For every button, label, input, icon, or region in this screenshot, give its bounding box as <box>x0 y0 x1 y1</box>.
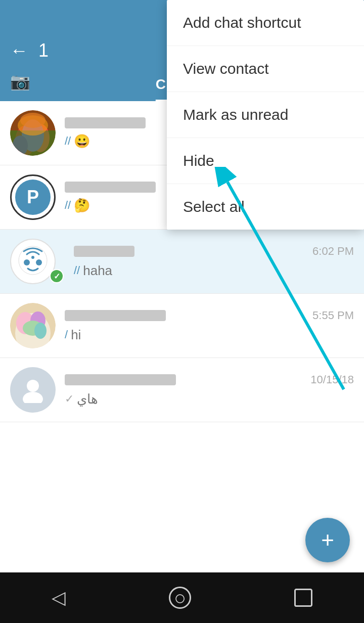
chat-content: 10/15/18 ✓ هاي <box>65 373 354 407</box>
svg-point-21 <box>34 323 47 339</box>
avatar: P <box>10 174 56 220</box>
chat-preview: ✓ هاي <box>65 391 354 407</box>
avatar <box>10 110 56 156</box>
svg-point-13 <box>24 259 30 265</box>
chat-preview: / hi <box>65 327 354 343</box>
menu-item-mark-unread[interactable]: Mark as unread <box>167 92 364 138</box>
camera-icon[interactable]: 📷 <box>10 72 30 91</box>
svg-point-14 <box>36 259 42 265</box>
chat-content: 5:55 PM / hi <box>65 309 354 343</box>
menu-item-add-shortcut[interactable]: Add chat shortcut <box>167 0 364 46</box>
avatar <box>10 239 56 284</box>
message-ticks: // <box>65 199 71 212</box>
list-item[interactable]: 5:55 PM / hi <box>0 294 364 358</box>
preview-text: hi <box>71 327 81 343</box>
message-ticks: // <box>65 135 71 148</box>
chat-preview: // haha <box>74 263 354 279</box>
bottom-navigation: ◁ ○ <box>0 572 364 623</box>
compose-button[interactable]: + <box>305 518 350 562</box>
chat-time: 10/15/18 <box>305 373 354 386</box>
svg-point-22 <box>27 380 39 392</box>
avatar <box>10 367 56 413</box>
back-button[interactable]: ← <box>10 40 28 61</box>
message-ticks: // <box>74 264 80 277</box>
chat-name <box>65 117 146 128</box>
message-ticks: ✓ <box>65 392 74 406</box>
chat-name <box>65 374 176 385</box>
chat-name <box>74 246 134 257</box>
recents-nav-button[interactable] <box>294 589 312 607</box>
preview-emoji: 🤔 <box>74 198 90 213</box>
menu-item-view-contact[interactable]: View contact <box>167 46 364 92</box>
preview-text: هاي <box>77 391 98 407</box>
chat-time: 5:55 PM <box>307 309 354 322</box>
avatar-p-letter: P <box>15 180 51 215</box>
preview-emoji: 😀 <box>74 134 90 149</box>
preview-text: haha <box>83 263 112 279</box>
chat-name <box>65 182 156 193</box>
chat-name <box>65 310 166 321</box>
selected-count: 1 <box>38 40 49 61</box>
svg-point-8 <box>20 113 46 128</box>
list-item[interactable]: 6:02 PM // haha <box>0 230 364 294</box>
home-nav-button[interactable]: ○ <box>169 587 191 609</box>
chat-content: 6:02 PM // haha <box>74 245 354 279</box>
list-item[interactable]: 10/15/18 ✓ هاي <box>0 358 364 422</box>
back-nav-button[interactable]: ◁ <box>52 587 66 608</box>
svg-point-23 <box>23 392 43 403</box>
context-menu: Add chat shortcut View contact Mark as u… <box>167 0 364 230</box>
svg-point-12 <box>31 256 34 259</box>
avatar <box>10 303 56 348</box>
menu-item-select-all[interactable]: Select all <box>167 184 364 230</box>
message-ticks: / <box>65 328 68 341</box>
svg-text:P: P <box>27 187 39 207</box>
menu-item-hide[interactable]: Hide <box>167 138 364 184</box>
plus-icon: + <box>321 529 334 551</box>
chat-time: 6:02 PM <box>307 245 354 258</box>
online-badge <box>50 269 64 283</box>
